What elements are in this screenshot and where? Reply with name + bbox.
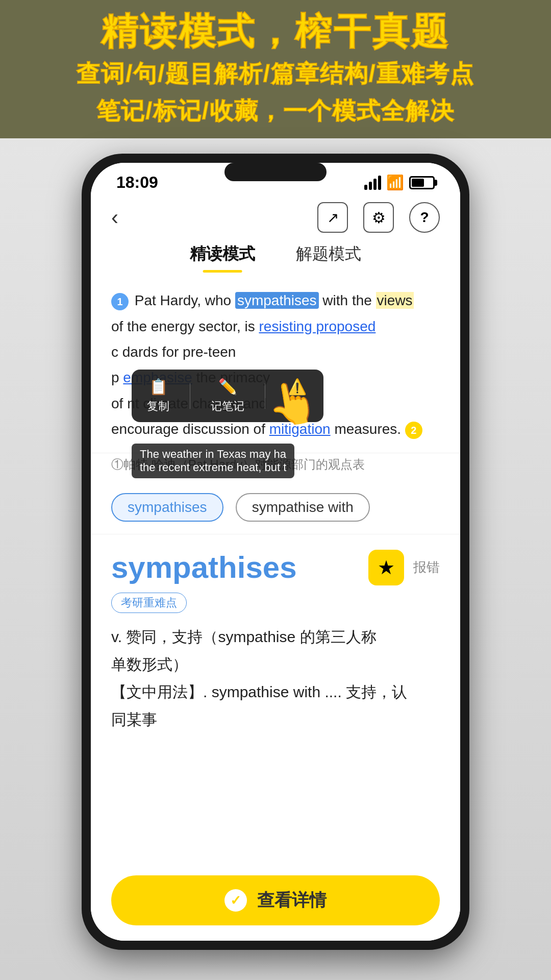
- header-subtitle-1: 查词/句/题目解析/篇章结构/重难考点: [20, 57, 531, 90]
- nav-icons: ↗ ⚙ ?: [317, 202, 440, 233]
- view-detail-button[interactable]: ✓ 查看详情: [111, 875, 440, 925]
- copy-icon: 📋: [149, 378, 168, 396]
- share-icon: ↗: [327, 209, 339, 226]
- word-header: sympathises ★ 报错: [111, 550, 440, 585]
- passage-line2: of the energy sector, is: [111, 318, 259, 334]
- help-icon: ?: [420, 209, 429, 226]
- word-definition-text: v. 赞同，支持（sympathise 的第三人称单数形式）【文中用法】. sy…: [111, 623, 440, 733]
- word-title: sympathises: [111, 550, 297, 585]
- checkmark-icon: ✓: [230, 893, 241, 909]
- passage-line5: of: [111, 396, 127, 411]
- popup-copy[interactable]: 📋 复制: [147, 378, 169, 414]
- sentence-number: 1: [111, 293, 129, 310]
- back-button[interactable]: ‹: [111, 205, 118, 230]
- kaoyan-badge: 考研重难点: [111, 593, 187, 613]
- word-definition-area: sympathises ★ 报错 考研重难点 v. 赞同，支持（sympathi…: [91, 534, 460, 868]
- settings-button[interactable]: ⚙: [363, 202, 394, 233]
- tab-solving[interactable]: 解题模式: [296, 243, 361, 273]
- status-time: 18:09: [116, 173, 158, 192]
- chip-sympathises[interactable]: sympathises: [111, 493, 223, 522]
- star-button[interactable]: ★: [368, 550, 404, 585]
- passage-line3a: c: [111, 344, 118, 360]
- content-area: 1 Pat Hardy, who sympathises with the vi…: [91, 273, 460, 941]
- passage-text-before: Pat Hardy, who: [135, 292, 235, 308]
- hand-cursor-icon: 👆: [263, 376, 322, 432]
- status-icons: 📶: [364, 174, 435, 191]
- header-banner: 精读模式，榨干真题 查词/句/题目解析/篇章结构/重难考点 笔记/标记/收藏，一…: [0, 0, 551, 138]
- note-icon: ✏️: [218, 378, 237, 396]
- header-subtitle-2: 笔记/标记/收藏，一个模式全解决: [20, 94, 531, 127]
- passage-text-with: with the: [322, 292, 375, 308]
- gear-icon: ⚙: [372, 209, 386, 227]
- highlighted-word-sympathises[interactable]: sympathises: [235, 292, 319, 309]
- passage-line4a: p: [111, 370, 123, 385]
- translation-text: The weather in Texas may hathe recent ex…: [140, 448, 286, 474]
- detail-btn-icon: ✓: [224, 889, 247, 912]
- tab-reading[interactable]: 精读模式: [190, 243, 255, 273]
- phone-notch: [224, 163, 327, 181]
- word-actions: ★ 报错: [368, 550, 440, 585]
- passage-measures: measures.: [334, 421, 401, 437]
- bottom-area: ✓ 查看详情: [91, 867, 460, 941]
- underline-resisting[interactable]: resisting proposed: [259, 318, 376, 334]
- phone-frame: 18:09 📶: [0, 154, 551, 950]
- signal-icon: [364, 176, 381, 190]
- wifi-icon: 📶: [386, 174, 404, 191]
- share-button[interactable]: ↗: [317, 202, 348, 233]
- battery-icon: [409, 176, 435, 189]
- passage-area: 1 Pat Hardy, who sympathises with the vi…: [91, 273, 460, 452]
- star-icon: ★: [378, 556, 395, 579]
- translation-tooltip: The weather in Texas may hathe recent ex…: [132, 444, 294, 478]
- header-title: 精读模式，榨干真题: [20, 9, 531, 53]
- note-label: 记笔记: [211, 399, 244, 414]
- popup-sep-1: [190, 383, 190, 409]
- popup-note[interactable]: ✏️ 记笔记: [211, 378, 244, 414]
- passage-badge-2: 2: [405, 422, 422, 439]
- word-chips: sympathises sympathise with: [91, 481, 460, 534]
- nav-bar: ‹ ↗ ⚙ ?: [91, 197, 460, 238]
- report-button[interactable]: 报错: [413, 558, 440, 576]
- chip-sympathise-with[interactable]: sympathise with: [236, 493, 370, 522]
- detail-btn-label: 查看详情: [257, 889, 327, 912]
- tabs-bar: 精读模式 解题模式: [91, 238, 460, 273]
- help-button[interactable]: ?: [409, 202, 440, 233]
- phone-body: 18:09 📶: [82, 154, 469, 950]
- phone-screen: 18:09 📶: [91, 163, 460, 941]
- copy-label: 复制: [147, 399, 169, 414]
- passage-dards: dards for pre-teen: [122, 344, 236, 360]
- highlighted-views: views: [376, 292, 414, 309]
- passage-line6: encourage discussion of: [111, 421, 269, 437]
